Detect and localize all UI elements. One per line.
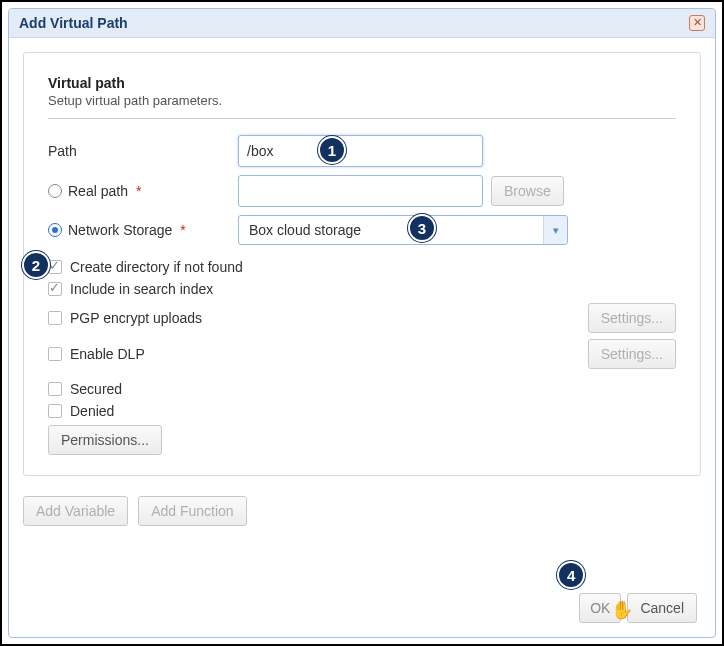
opt-denied: Denied [48, 403, 676, 419]
secured-label: Secured [70, 381, 122, 397]
create-dir-checkbox[interactable] [48, 260, 62, 274]
section-title: Virtual path [48, 75, 676, 91]
dialog: Add Virtual Path ✕ Virtual path Setup vi… [8, 8, 716, 638]
row-real-path: Real path* Browse [48, 175, 676, 207]
search-index-label: Include in search index [70, 281, 213, 297]
denied-checkbox[interactable] [48, 404, 62, 418]
dlp-settings-button[interactable]: Settings... [588, 339, 676, 369]
pgp-settings-button[interactable]: Settings... [588, 303, 676, 333]
opt-pgp: PGP encrypt uploads Settings... [48, 303, 676, 333]
add-function-button[interactable]: Add Function [138, 496, 247, 526]
dlp-label: Enable DLP [70, 346, 145, 362]
create-dir-label: Create directory if not found [70, 259, 243, 275]
real-path-label: Real path [68, 183, 128, 199]
below-buttons: Add Variable Add Function [23, 496, 701, 526]
dlp-checkbox[interactable] [48, 347, 62, 361]
required-asterisk: * [180, 222, 185, 238]
pgp-label: PGP encrypt uploads [70, 310, 202, 326]
network-storage-select[interactable]: Box cloud storage ▾ [238, 215, 568, 245]
browse-button[interactable]: Browse [491, 176, 564, 206]
opt-secured: Secured [48, 381, 676, 397]
network-storage-radio[interactable] [48, 223, 62, 237]
ok-button[interactable]: OK [579, 593, 621, 623]
window-frame: Add Virtual Path ✕ Virtual path Setup vi… [0, 0, 724, 646]
real-path-input[interactable] [238, 175, 483, 207]
real-path-radio[interactable] [48, 184, 62, 198]
footer-buttons: OK Cancel 4 [579, 593, 697, 623]
denied-label: Denied [70, 403, 114, 419]
opt-create-dir: Create directory if not found [48, 259, 676, 275]
search-index-checkbox[interactable] [48, 282, 62, 296]
secured-checkbox[interactable] [48, 382, 62, 396]
cancel-button[interactable]: Cancel [627, 593, 697, 623]
dialog-body: Virtual path Setup virtual path paramete… [9, 38, 715, 637]
path-input[interactable] [238, 135, 483, 167]
row-path: Path 1 [48, 135, 676, 167]
pgp-checkbox[interactable] [48, 311, 62, 325]
callout-2: 2 [22, 251, 50, 279]
titlebar: Add Virtual Path ✕ [9, 9, 715, 38]
close-icon[interactable]: ✕ [689, 15, 705, 31]
opt-search-index: Include in search index [48, 281, 676, 297]
callout-4: 4 [557, 561, 585, 589]
section-header: Virtual path Setup virtual path paramete… [48, 75, 676, 119]
path-label: Path [48, 143, 77, 159]
main-panel: Virtual path Setup virtual path paramete… [23, 52, 701, 476]
opt-dlp: Enable DLP Settings... [48, 339, 676, 369]
chevron-down-icon: ▾ [543, 216, 567, 244]
add-variable-button[interactable]: Add Variable [23, 496, 128, 526]
section-subtitle: Setup virtual path parameters. [48, 93, 676, 108]
required-asterisk: * [136, 183, 141, 199]
network-storage-value: Box cloud storage [249, 222, 361, 238]
row-network-storage: Network Storage* Box cloud storage ▾ 3 [48, 215, 676, 245]
permissions-button[interactable]: Permissions... [48, 425, 162, 455]
network-storage-label: Network Storage [68, 222, 172, 238]
dialog-title: Add Virtual Path [19, 15, 128, 31]
